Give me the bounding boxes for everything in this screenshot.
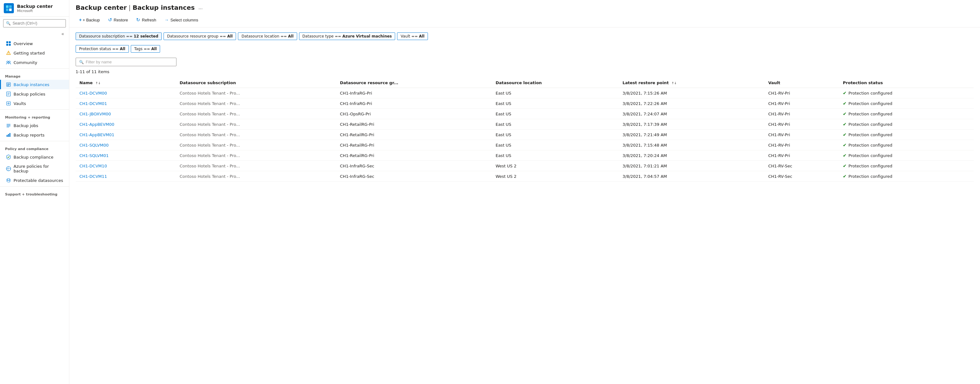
filter-search-icon: 🔍: [79, 60, 84, 64]
cell-location: East US: [492, 129, 619, 140]
cell-subscription: Contoso Hotels Tenant - Pro...: [176, 119, 336, 129]
filter-chip-location[interactable]: Datasource location == All: [238, 32, 297, 40]
sidebar-item-vaults[interactable]: Vaults: [0, 99, 69, 108]
cell-resource-group[interactable]: CH1-RetailRG-Pri: [336, 119, 492, 129]
col-header-location: Datasource location: [492, 78, 619, 88]
table-header: Name ↑↓ Datasource subscription Datasour…: [76, 78, 974, 88]
table-row: CH1-AppBEVM00 Contoso Hotels Tenant - Pr…: [76, 119, 974, 129]
sidebar-item-backup-instances[interactable]: Backup instances: [0, 80, 69, 89]
cell-resource-group[interactable]: CH1-InfraRG-Sec: [336, 161, 492, 171]
cell-vault: CH1-RV-Pri: [764, 88, 839, 98]
cell-restore-point: 3/8/2021, 7:21:49 AM: [619, 129, 764, 140]
table-row: CH1-DCVM01 Contoso Hotels Tenant - Pro..…: [76, 98, 974, 109]
svg-rect-27: [6, 135, 8, 137]
main-content: Backup center | Backup instances ... + +…: [69, 0, 980, 384]
cell-resource-group[interactable]: CH1-InfraRG-Pri: [336, 98, 492, 109]
refresh-button[interactable]: ↻ Refresh: [133, 15, 160, 25]
restore-label: Restore: [114, 18, 128, 22]
cell-resource-group[interactable]: CH1-OpsRG-Pri: [336, 109, 492, 119]
page-ellipsis-button[interactable]: ...: [197, 4, 205, 11]
status-check-icon: ✔: [843, 174, 847, 179]
table-row: CH1-DCVM00 Contoso Hotels Tenant - Pro..…: [76, 88, 974, 98]
svg-point-11: [9, 61, 10, 63]
sidebar-item-backup-compliance[interactable]: Backup compliance: [0, 152, 69, 162]
sidebar-item-label: Overview: [14, 41, 33, 46]
cell-subscription: Contoso Hotels Tenant - Pro...: [176, 129, 336, 140]
cell-vault: CH1-RV-Pri: [764, 140, 839, 150]
sidebar-item-label: Backup compliance: [14, 155, 53, 159]
col-header-protection-status: Protection status: [839, 78, 974, 88]
cell-restore-point: 3/8/2021, 7:04:57 AM: [619, 171, 764, 182]
cell-resource-group[interactable]: CH1-RetailRG-Pri: [336, 140, 492, 150]
select-columns-icon: →: [164, 18, 169, 22]
cell-restore-point: 3/8/2021, 7:01:21 AM: [619, 161, 764, 171]
cell-name[interactable]: CH1-SQLVM01: [76, 150, 176, 161]
col-header-restore-point[interactable]: Latest restore point ↑↓: [619, 78, 764, 88]
content-area: Datasource subscription == 12 selected D…: [69, 27, 980, 384]
cell-resource-group[interactable]: CH1-RetailRG-Pri: [336, 129, 492, 140]
cell-protection-status: ✔ Protection configured: [839, 161, 974, 171]
restore-button[interactable]: ↺ Restore: [105, 15, 132, 25]
sidebar-item-protectable-datasources[interactable]: Protectable datasources: [0, 175, 69, 185]
sidebar-item-label: Backup jobs: [14, 123, 38, 128]
sidebar-item-label: Backup reports: [14, 133, 45, 137]
cell-name[interactable]: CH1-DCVM11: [76, 171, 176, 182]
sidebar-collapse-button[interactable]: «: [60, 30, 66, 37]
filter-chip-vault[interactable]: Vault == All: [397, 32, 428, 40]
svg-rect-2: [6, 8, 8, 11]
table-row: CH1-DCVM11 Contoso Hotels Tenant - Pro..…: [76, 171, 974, 182]
status-label: Protection configured: [849, 101, 892, 106]
refresh-icon: ↻: [136, 17, 140, 23]
search-input[interactable]: [13, 21, 63, 25]
cell-restore-point: 3/8/2021, 7:15:48 AM: [619, 140, 764, 150]
filter-chip-resource-group[interactable]: Datasource resource group == All: [164, 32, 236, 40]
cell-name[interactable]: CH1-DCVM10: [76, 161, 176, 171]
cell-location: East US: [492, 109, 619, 119]
backup-policies-icon: [6, 91, 11, 96]
cell-resource-group[interactable]: CH1-InfraRG-Pri: [336, 88, 492, 98]
filter-search-input[interactable]: [86, 60, 173, 64]
svg-rect-3: [9, 8, 12, 11]
sidebar-item-community[interactable]: Community: [0, 58, 69, 67]
status-check-icon: ✔: [843, 163, 847, 168]
col-header-name[interactable]: Name ↑↓: [76, 78, 176, 88]
sidebar-item-getting-started[interactable]: Getting started: [0, 48, 69, 58]
sidebar-search-container[interactable]: 🔍: [3, 19, 66, 27]
col-header-subscription: Datasource subscription: [176, 78, 336, 88]
cell-vault: CH1-RV-Pri: [764, 129, 839, 140]
cell-vault: CH1-RV-Pri: [764, 98, 839, 109]
backup-button[interactable]: + + Backup: [76, 16, 103, 24]
cell-name[interactable]: CH1-DCVM00: [76, 88, 176, 98]
backup-instances-icon: [6, 82, 11, 87]
sidebar-item-label: Community: [14, 60, 37, 65]
cell-resource-group[interactable]: CH1-RetailRG-Pri: [336, 150, 492, 161]
sidebar-item-backup-reports[interactable]: Backup reports: [0, 130, 69, 140]
cell-resource-group[interactable]: CH1-InfraRG-Sec: [336, 171, 492, 182]
cell-name[interactable]: CH1-AppBEVM01: [76, 129, 176, 140]
filter-chip-type[interactable]: Datasource type == Azure Virtual machine…: [299, 32, 396, 40]
filter-chip-protection-status[interactable]: Protection status == All: [76, 45, 129, 53]
filter-chip-tags[interactable]: Tags == All: [131, 45, 161, 53]
cell-name[interactable]: CH1-JBOXVM00: [76, 109, 176, 119]
sidebar-item-label: Backup policies: [14, 92, 45, 96]
cell-name[interactable]: CH1-DCVM01: [76, 98, 176, 109]
cell-name[interactable]: CH1-SQLVM00: [76, 140, 176, 150]
nav-divider: [0, 109, 69, 110]
table-row: CH1-DCVM10 Contoso Hotels Tenant - Pro..…: [76, 161, 974, 171]
sidebar-item-backup-policies[interactable]: Backup policies: [0, 89, 69, 99]
status-check-icon: ✔: [843, 91, 847, 96]
data-table: Name ↑↓ Datasource subscription Datasour…: [76, 78, 974, 182]
backup-compliance-icon: [6, 155, 11, 159]
filter-search-container[interactable]: 🔍: [76, 58, 177, 66]
sidebar-item-label: Azure policies for backup: [14, 164, 64, 174]
cell-subscription: Contoso Hotels Tenant - Pro...: [176, 88, 336, 98]
sidebar-item-overview[interactable]: Overview: [0, 39, 69, 48]
backup-reports-icon: [6, 132, 11, 137]
cell-name[interactable]: CH1-AppBEVM00: [76, 119, 176, 129]
sidebar: Backup center Microsoft 🔍 « Overview: [0, 0, 69, 384]
cell-restore-point: 3/8/2021, 7:20:24 AM: [619, 150, 764, 161]
select-columns-button[interactable]: → Select columns: [161, 16, 202, 24]
sidebar-item-azure-policies[interactable]: Azure policies for backup: [0, 162, 69, 175]
sidebar-item-backup-jobs[interactable]: Backup jobs: [0, 121, 69, 130]
filter-chip-subscription[interactable]: Datasource subscription == 12 selected: [76, 32, 162, 40]
